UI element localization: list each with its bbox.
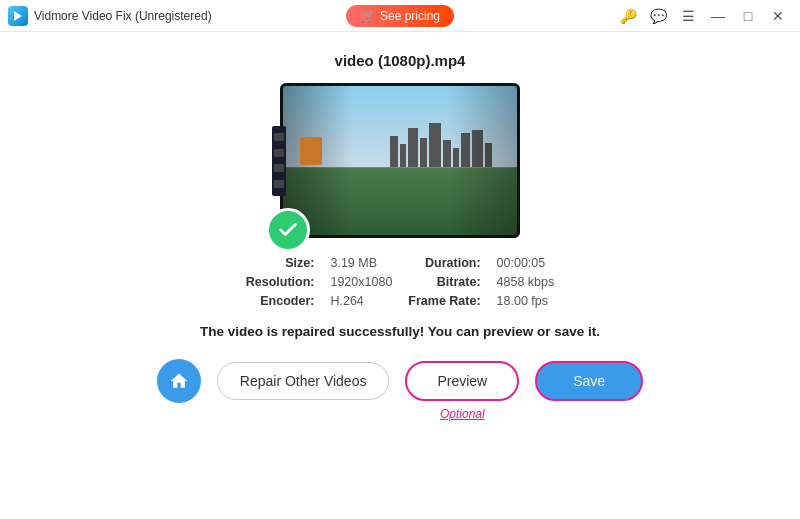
bitrate-value: 4858 kbps: [497, 275, 555, 289]
video-thumbnail-container: [280, 83, 520, 238]
framerate-value: 18.00 fps: [497, 294, 555, 308]
framerate-label: Frame Rate:: [408, 294, 480, 308]
minimize-button[interactable]: —: [704, 5, 732, 27]
chat-icon-button[interactable]: 💬: [644, 5, 672, 27]
filmstrip-left: [272, 126, 286, 196]
preview-button[interactable]: Preview: [405, 361, 519, 401]
optional-label: Optional: [440, 407, 485, 421]
maximize-button[interactable]: □: [734, 5, 762, 27]
preview-wrapper: Preview Optional: [405, 361, 519, 401]
resolution-label: Resolution:: [246, 275, 315, 289]
video-info-table: Size: 3.19 MB Duration: 00:00:05 Resolut…: [246, 256, 555, 308]
repair-other-videos-button[interactable]: Repair Other Videos: [217, 362, 390, 400]
encoder-value: H.264: [330, 294, 392, 308]
key-icon-button[interactable]: 🔑: [614, 5, 642, 27]
app-logo: [8, 6, 28, 26]
bottom-bar: Repair Other Videos Preview Optional Sav…: [157, 359, 643, 403]
resolution-value: 1920x1080: [330, 275, 392, 289]
color-block: [300, 137, 322, 165]
video-title: video (1080p).mp4: [335, 52, 466, 69]
app-title: Vidmore Video Fix (Unregistered): [34, 9, 212, 23]
svg-marker-0: [14, 11, 22, 21]
main-content: video (1080p).mp4: [0, 32, 800, 519]
duration-label: Duration:: [408, 256, 480, 270]
title-bar: Vidmore Video Fix (Unregistered) 🛒 See p…: [0, 0, 800, 32]
pricing-button[interactable]: 🛒 See pricing: [346, 5, 454, 27]
check-badge: [266, 208, 310, 252]
bitrate-label: Bitrate:: [408, 275, 480, 289]
close-button[interactable]: ✕: [764, 5, 792, 27]
ground-bg: [280, 168, 520, 238]
size-label: Size:: [246, 256, 315, 270]
encoder-label: Encoder:: [246, 294, 315, 308]
duration-value: 00:00:05: [497, 256, 555, 270]
menu-icon-button[interactable]: ☰: [674, 5, 702, 27]
pricing-label: See pricing: [380, 9, 440, 23]
home-button[interactable]: [157, 359, 201, 403]
save-button[interactable]: Save: [535, 361, 643, 401]
size-value: 3.19 MB: [330, 256, 392, 270]
cart-icon: 🛒: [360, 9, 375, 23]
success-message: The video is repaired successfully! You …: [200, 324, 600, 339]
water-bg: [280, 167, 520, 195]
